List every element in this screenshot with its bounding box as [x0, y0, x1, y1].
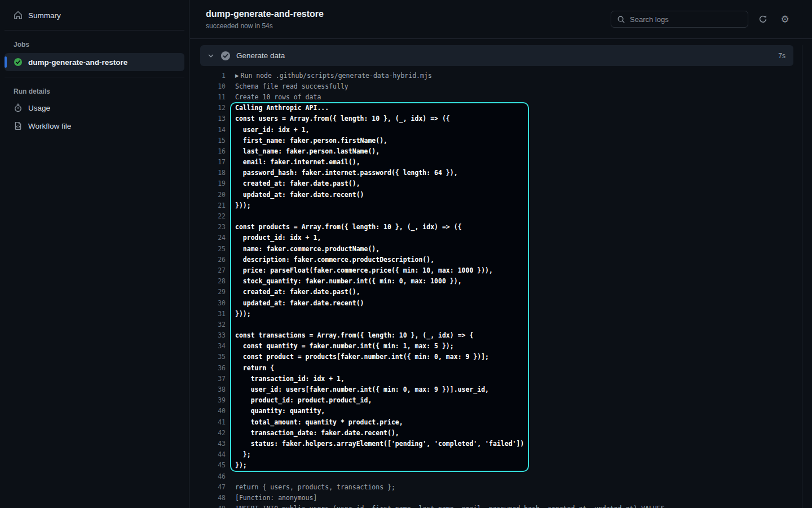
log-text: };	[235, 450, 251, 458]
sidebar-job-dump-generate-and-restore[interactable]: dump-generate-and-restore	[5, 53, 184, 71]
line-number[interactable]: 12	[200, 104, 226, 112]
line-number[interactable]: 35	[200, 353, 226, 361]
log-text: stock_quantity: faker.number.int({ min: …	[235, 277, 462, 285]
log-line-33[interactable]: 33const transactions = Array.from({ leng…	[200, 330, 793, 341]
line-number[interactable]: 30	[200, 299, 226, 307]
chevron-down-icon[interactable]	[207, 52, 215, 60]
log-line-32[interactable]: 32	[200, 319, 793, 330]
line-number[interactable]: 46	[200, 472, 226, 480]
log-line-38[interactable]: 38 user_id: users[faker.number.int({ min…	[200, 384, 793, 395]
log-line-23[interactable]: 23const products = Array.from({ length: …	[200, 222, 793, 233]
log-line-40[interactable]: 40 quantity: quantity,	[200, 406, 793, 417]
line-number[interactable]: 21	[200, 202, 226, 209]
line-number[interactable]: 44	[200, 450, 226, 458]
line-number[interactable]: 16	[200, 147, 226, 155]
line-number[interactable]: 48	[200, 494, 226, 502]
line-number[interactable]: 11	[200, 93, 226, 101]
line-number[interactable]: 27	[200, 266, 226, 274]
log-line-22[interactable]: 22	[200, 211, 793, 221]
log-line-48[interactable]: 48[Function: anonymous]	[200, 492, 793, 503]
line-number[interactable]: 13	[200, 115, 226, 122]
line-number[interactable]: 18	[200, 169, 226, 177]
line-number[interactable]: 14	[200, 126, 226, 134]
line-number[interactable]: 41	[200, 418, 226, 426]
log-line-11[interactable]: 11Create 10 rows of data	[200, 91, 793, 102]
line-number[interactable]: 38	[200, 386, 226, 393]
log-line-42[interactable]: 42 transaction_date: faker.date.recent()…	[200, 427, 793, 438]
sidebar-divider	[5, 30, 184, 30]
sidebar-item-summary[interactable]: Summary	[5, 6, 184, 24]
line-number[interactable]: 26	[200, 256, 226, 264]
line-number[interactable]: 10	[200, 82, 226, 90]
log-line-17[interactable]: 17 email: faker.internet.email(),	[200, 157, 793, 168]
log-line-18[interactable]: 18 password_hash: faker.internet.passwor…	[200, 168, 793, 178]
log-line-34[interactable]: 34 const quantity = faker.number.int({ m…	[200, 341, 793, 352]
log-line-27[interactable]: 27 price: parseFloat(faker.commerce.pric…	[200, 265, 793, 275]
log-line-49[interactable]: 49INSERT INTO public.users (user_id, fir…	[200, 503, 793, 508]
log-line-43[interactable]: 43 status: faker.helpers.arrayElement(['…	[200, 438, 793, 449]
log-line-28[interactable]: 28 stock_quantity: faker.number.int({ mi…	[200, 276, 793, 287]
log-line-1[interactable]: 1▶Run node .github/scripts/generate-data…	[200, 70, 793, 81]
line-number[interactable]: 32	[200, 321, 226, 329]
sidebar-item-label: Usage	[28, 104, 50, 112]
line-number[interactable]: 25	[200, 245, 226, 253]
line-number[interactable]: 23	[200, 223, 226, 231]
log-line-21[interactable]: 21}));	[200, 200, 793, 211]
log-line-30[interactable]: 30 updated_at: faker.date.recent()	[200, 297, 793, 308]
log-line-16[interactable]: 16 last_name: faker.person.lastName(),	[200, 146, 793, 156]
log-line-35[interactable]: 35 const product = products[faker.number…	[200, 352, 793, 362]
line-number[interactable]: 39	[200, 396, 226, 404]
step-header-generate-data[interactable]: Generate data 7s	[200, 45, 793, 66]
log-line-47[interactable]: 47return { users, products, transactions…	[200, 481, 793, 492]
log-line-19[interactable]: 19 created_at: faker.date.past(),	[200, 178, 793, 189]
line-number[interactable]: 49	[200, 505, 226, 508]
log-line-39[interactable]: 39 product_id: product.product_id,	[200, 395, 793, 406]
log-line-14[interactable]: 14 user_id: idx + 1,	[200, 124, 793, 135]
line-number[interactable]: 47	[200, 483, 226, 491]
line-number[interactable]: 37	[200, 375, 226, 383]
line-number[interactable]: 19	[200, 179, 226, 187]
line-number[interactable]: 45	[200, 461, 226, 469]
log-line-29[interactable]: 29 created_at: faker.date.past(),	[200, 287, 793, 297]
search-logs-input[interactable]	[630, 15, 742, 24]
line-number[interactable]: 1	[200, 72, 226, 80]
line-number[interactable]: 22	[200, 212, 226, 220]
line-number[interactable]: 29	[200, 288, 226, 296]
sidebar-item-workflow-file[interactable]: Workflow file	[5, 117, 184, 135]
line-number[interactable]: 33	[200, 331, 226, 339]
log-line-45[interactable]: 45});	[200, 460, 793, 471]
log-line-10[interactable]: 10Schema file read successfully	[200, 81, 793, 91]
line-number[interactable]: 36	[200, 364, 226, 372]
log-line-26[interactable]: 26 description: faker.commerce.productDe…	[200, 254, 793, 265]
line-number[interactable]: 42	[200, 429, 226, 437]
run-status-text: succeeded now in 54s	[206, 22, 273, 30]
line-number[interactable]: 20	[200, 191, 226, 199]
line-number[interactable]: 43	[200, 440, 226, 448]
log-line-24[interactable]: 24 product_id: idx + 1,	[200, 233, 793, 243]
log-line-12[interactable]: 12Calling Anthropic API...	[200, 103, 793, 113]
scroll-rail[interactable]	[802, 45, 802, 508]
line-number[interactable]: 34	[200, 342, 226, 350]
refresh-logs-button[interactable]	[757, 14, 769, 25]
log-line-13[interactable]: 13const users = Array.from({ length: 10 …	[200, 113, 793, 124]
line-number[interactable]: 31	[200, 310, 226, 318]
line-number[interactable]: 24	[200, 234, 226, 242]
log-line-44[interactable]: 44 };	[200, 449, 793, 460]
line-number[interactable]: 28	[200, 277, 226, 285]
search-logs-box[interactable]	[611, 11, 748, 28]
log-text: updated_at: faker.date.recent()	[235, 191, 364, 199]
log-line-46[interactable]: 46	[200, 471, 793, 481]
log-line-37[interactable]: 37 transaction_id: idx + 1,	[200, 373, 793, 384]
log-line-36[interactable]: 36 return {	[200, 362, 793, 373]
log-line-41[interactable]: 41 total_amount: quantity * product.pric…	[200, 417, 793, 427]
line-number[interactable]: 17	[200, 158, 226, 166]
log-line-31[interactable]: 31}));	[200, 308, 793, 319]
log-line-15[interactable]: 15 first_name: faker.person.firstName(),	[200, 135, 793, 146]
log-line-20[interactable]: 20 updated_at: faker.date.recent()	[200, 189, 793, 200]
sidebar-item-usage[interactable]: Usage	[5, 99, 184, 117]
line-number[interactable]: 15	[200, 137, 226, 144]
line-number[interactable]: 40	[200, 407, 226, 415]
log-line-25[interactable]: 25 name: faker.commerce.productName(),	[200, 243, 793, 254]
sidebar-item-label: Workflow file	[28, 122, 71, 130]
log-settings-button[interactable]: ⚙	[779, 14, 791, 25]
